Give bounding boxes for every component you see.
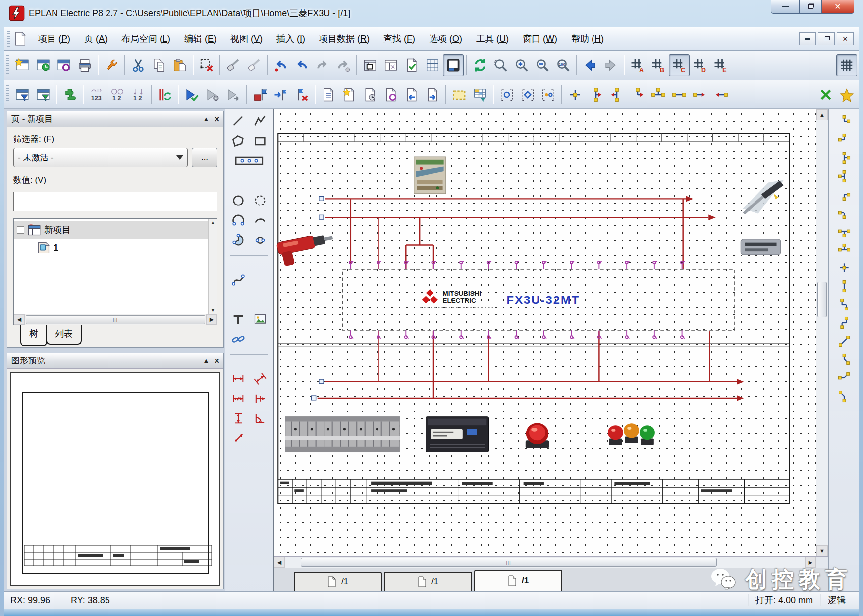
drag-handle[interactable] — [7, 31, 10, 47]
forward-icon[interactable] — [600, 54, 621, 76]
sector-tool-icon[interactable] — [227, 231, 249, 250]
menu-item-o[interactable]: 选项 (O) — [422, 29, 469, 48]
new-project-icon[interactable] — [12, 54, 33, 76]
layout-navigator-icon[interactable] — [33, 84, 54, 105]
potential-right-icon[interactable] — [690, 84, 710, 105]
photo-terminal-rail[interactable] — [414, 157, 446, 194]
zoom-in-icon[interactable] — [511, 54, 532, 76]
circle-2point-tool-icon[interactable] — [249, 231, 271, 250]
rectangle-center-tool-icon[interactable] — [227, 152, 271, 170]
menu-item-l[interactable]: 布局空间 (L) — [114, 29, 177, 48]
corner-down-right-symbol-icon[interactable] — [833, 113, 855, 130]
check-project-icon[interactable] — [181, 84, 202, 105]
plugin-icon[interactable] — [59, 84, 80, 105]
scroll-right-icon[interactable]: ▶ — [206, 314, 217, 325]
mdi-close-button[interactable]: ✕ — [837, 32, 854, 45]
undo-icon[interactable] — [270, 54, 291, 76]
check-export-icon[interactable] — [223, 84, 244, 105]
next-page-icon[interactable] — [422, 84, 443, 105]
black-box-icon[interactable] — [538, 84, 559, 105]
check-settings-icon[interactable] — [202, 84, 223, 105]
delete-selection-icon[interactable] — [196, 54, 217, 76]
dimension-baseline-icon[interactable] — [249, 389, 271, 408]
previous-page-icon[interactable] — [401, 84, 422, 105]
page-properties-icon[interactable] — [360, 84, 380, 105]
value-input[interactable] — [13, 192, 217, 211]
page-tab-2[interactable]: /1 — [384, 572, 472, 591]
preview-area[interactable] — [10, 372, 220, 586]
title-bar[interactable]: EPLAN Electric P8 2.7 - C:\Users\Public\… — [4, 0, 859, 27]
canvas-vertical-scrollbar[interactable]: ▲ ▼ — [816, 109, 828, 556]
corner-up-left-symbol-icon[interactable] — [833, 205, 855, 221]
photo-plc-module[interactable] — [426, 417, 489, 452]
redo-list-icon[interactable] — [333, 54, 354, 76]
menu-item-f[interactable]: 查找 (F) — [377, 29, 422, 48]
pages-panel-titlebar[interactable]: 页 - 新项目 ▲ × — [7, 111, 223, 127]
zoom-out-icon[interactable] — [532, 54, 553, 76]
page-tab-1[interactable]: /1 — [294, 572, 382, 591]
t-node-right-symbol-icon[interactable] — [833, 150, 855, 166]
hyperlink-tool-icon[interactable] — [227, 330, 249, 349]
scroll-left-icon[interactable]: ◀ — [274, 557, 285, 568]
scroll-thumb[interactable]: ||| — [301, 558, 717, 567]
diagonal-down-symbol-icon[interactable] — [833, 388, 855, 405]
dimension-aligned-icon[interactable] — [249, 369, 271, 388]
menu-item-r[interactable]: 项目数据 (R) — [312, 29, 377, 48]
dimension-radius-icon[interactable] — [227, 429, 249, 448]
new-page-icon[interactable] — [339, 84, 360, 105]
vertical-diagonal-symbol-icon[interactable] — [833, 351, 855, 368]
page-navigator-icon[interactable] — [12, 84, 33, 105]
step-left-symbol-icon[interactable] — [833, 314, 855, 331]
grid-c-icon[interactable]: C — [669, 54, 690, 76]
photo-indicator-red[interactable] — [526, 423, 549, 448]
print-icon[interactable] — [74, 54, 95, 76]
tree-horizontal-scrollbar[interactable]: ◀ ||| ▶ — [14, 314, 217, 325]
insert-table-icon[interactable] — [422, 54, 443, 76]
plc-box-icon[interactable] — [517, 84, 538, 105]
step-right-symbol-icon[interactable] — [833, 296, 855, 313]
page-tab-3[interactable]: /1 — [474, 570, 562, 591]
window-sketch-icon[interactable] — [380, 54, 401, 76]
zoom-window-icon[interactable] — [490, 54, 511, 76]
scroll-right-icon[interactable]: ▶ — [805, 557, 816, 568]
minimize-button[interactable] — [771, 0, 800, 14]
filter-combobox[interactable]: - 未激活 - — [13, 148, 188, 167]
grid-b-icon[interactable]: B — [648, 54, 669, 76]
page-check-icon[interactable] — [401, 54, 422, 76]
vertical-symbol-icon[interactable] — [833, 278, 855, 295]
insert-window-macro-icon[interactable] — [360, 54, 380, 76]
scroll-down-icon[interactable]: ▼ — [211, 308, 216, 313]
favorite-icon[interactable] — [836, 84, 857, 105]
interrupt-icon[interactable] — [815, 84, 836, 105]
polygon-tool-icon[interactable] — [227, 132, 249, 151]
grid-a-icon[interactable]: A — [627, 54, 648, 76]
filter-browse-button[interactable]: ... — [192, 148, 217, 167]
t-node-up-symbol-icon[interactable] — [833, 241, 855, 258]
panel-close-icon[interactable]: × — [214, 115, 219, 124]
format-brush-2-icon[interactable] — [244, 54, 265, 76]
mitsubishi-logo[interactable]: MITSUBISHI ELECTRIC — [420, 289, 494, 308]
diagonal-symbol-icon[interactable] — [833, 333, 855, 350]
menu-item-v[interactable]: 视图 (V) — [223, 29, 270, 48]
scroll-down-icon[interactable]: ▼ — [816, 545, 828, 556]
plc-model-label[interactable]: FX3U-32MT — [507, 293, 580, 306]
rectangle-tool-icon[interactable] — [249, 132, 271, 151]
double-node-icon[interactable] — [669, 84, 690, 105]
image-tool-icon[interactable] — [249, 310, 271, 329]
corner-node-icon[interactable] — [627, 84, 648, 105]
mdi-restore-button[interactable] — [818, 32, 835, 45]
update-connections-icon[interactable] — [155, 84, 175, 105]
menu-item-p[interactable]: 项目 (P) — [31, 29, 77, 48]
horizontal-diagonal-symbol-icon[interactable] — [833, 369, 855, 386]
t-node-left-icon[interactable] — [606, 84, 627, 105]
terminal-numbering-icon[interactable]: 1 2 — [107, 84, 128, 105]
panel-collapse-icon[interactable]: ▲ — [203, 116, 210, 122]
menu-item-i[interactable]: 插入 (I) — [270, 29, 312, 48]
insert-box-icon[interactable] — [449, 84, 470, 105]
mdi-minimize-button[interactable] — [799, 32, 816, 45]
cut-icon[interactable] — [128, 54, 149, 76]
open-project-icon[interactable] — [33, 54, 54, 76]
scroll-left-icon[interactable]: ◀ — [14, 314, 25, 325]
goto-marker-icon[interactable] — [270, 84, 291, 105]
menu-item-w[interactable]: 窗口 (W) — [516, 29, 564, 48]
